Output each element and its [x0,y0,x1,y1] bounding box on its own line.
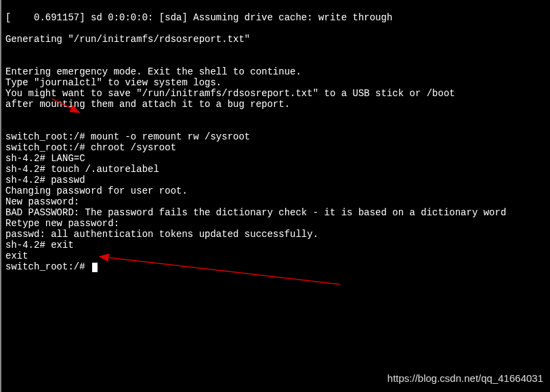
terminal-line: after mounting them and attach it to a b… [5,99,546,110]
terminal-line: passwd: all authentication tokens update… [5,229,546,240]
terminal-line: Generating "/run/initramfs/rdsosreport.t… [5,34,546,45]
terminal-line: Type "journalctl" to view system logs. [5,77,546,88]
terminal-line: Retype new password: [5,218,546,229]
terminal-output[interactable]: [ 0.691157] sd 0:0:0:0: [sda] Assuming d… [1,0,550,274]
terminal-line: sh-4.2# touch /.autorelabel [5,164,546,175]
watermark-text: https://blog.csdn.net/qq_41664031 [387,373,543,384]
terminal-line: sh-4.2# exit [5,240,546,251]
cursor [92,263,98,272]
terminal-line: New password: [5,196,546,207]
terminal-line: switch_root:/# [5,261,546,272]
terminal-line [5,110,546,121]
terminal-line: sh-4.2# LANG=C [5,153,546,164]
terminal-line: sh-4.2# passwd [5,175,546,186]
terminal-line: BAD PASSWORD: The password fails the dic… [5,207,546,218]
terminal-line: You might want to save "/run/initramfs/r… [5,88,546,99]
terminal-line [5,56,546,66]
terminal-line [5,121,546,131]
terminal-line: switch_root:/# chroot /sysroot [5,142,546,153]
terminal-line: Changing password for user root. [5,186,546,196]
terminal-line: Entering emergency mode. Exit the shell … [5,66,546,77]
terminal-line: exit [5,251,546,261]
terminal-line: switch_root:/# mount -o remount rw /sysr… [5,131,546,142]
terminal-line [5,45,546,56]
terminal-line [5,23,546,34]
terminal-line: [ 0.691157] sd 0:0:0:0: [sda] Assuming d… [5,12,546,23]
